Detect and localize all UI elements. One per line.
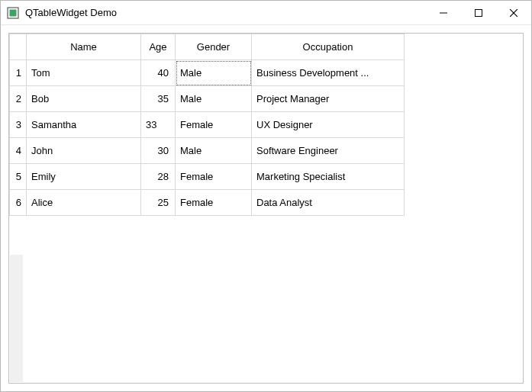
table[interactable]: Name Age Gender Occupation 1Tom40MaleBus… [9,34,405,216]
cell-name[interactable]: Bob [27,86,141,112]
titlebar[interactable]: QTableWidget Demo [1,1,531,25]
cell-gender[interactable]: Female [176,190,252,216]
table-row: 6Alice25FemaleData Analyst [10,190,405,216]
maximize-icon [475,9,482,17]
row-header[interactable]: 5 [10,164,27,190]
row-header[interactable]: 4 [10,138,27,164]
cell-occupation[interactable]: Project Manager [252,86,405,112]
table-widget[interactable]: Name Age Gender Occupation 1Tom40MaleBus… [8,33,524,384]
header-row: Name Age Gender Occupation [10,34,405,60]
close-icon [510,9,517,17]
column-header-occupation[interactable]: Occupation [252,34,405,60]
column-header-gender[interactable]: Gender [176,34,252,60]
row-header[interactable]: 1 [10,60,27,86]
cell-name[interactable]: Emily [27,164,141,190]
cell-age[interactable]: 35 [141,86,176,112]
cell-age[interactable]: 30 [141,138,176,164]
cell-gender[interactable]: Male [176,86,252,112]
row-header[interactable]: 6 [10,190,27,216]
cell-name[interactable]: Tom [27,60,141,86]
close-button[interactable] [496,1,531,25]
svg-rect-1 [10,9,17,16]
cell-occupation[interactable]: Software Engineer [252,138,405,164]
row-header-scroll-track[interactable] [10,255,23,382]
client-area: Name Age Gender Occupation 1Tom40MaleBus… [1,25,531,391]
svg-rect-3 [476,9,482,16]
cell-name[interactable]: Alice [27,190,141,216]
cell-name[interactable]: Samantha [27,112,141,138]
cell-gender[interactable]: Female [176,112,252,138]
cell-age[interactable]: 33 [141,112,176,138]
row-header[interactable]: 2 [10,86,27,112]
cell-name[interactable]: John [27,138,141,164]
cell-gender[interactable]: Female [176,164,252,190]
corner-header[interactable] [10,34,27,60]
window-title: QTableWidget Demo [25,7,117,18]
table-row: 3Samantha33FemaleUX Designer [10,112,405,138]
maximize-button[interactable] [461,1,496,25]
cell-occupation[interactable]: Data Analyst [252,190,405,216]
cell-age[interactable]: 40 [141,60,176,86]
cell-age[interactable]: 28 [141,164,176,190]
cell-occupation[interactable]: UX Designer [252,112,405,138]
minimize-icon [440,9,447,17]
column-header-name[interactable]: Name [27,34,141,60]
column-header-age[interactable]: Age [141,34,176,60]
cell-occupation[interactable]: Business Development ... [252,60,405,86]
row-header[interactable]: 3 [10,112,27,138]
table-row: 1Tom40MaleBusiness Development ... [10,60,405,86]
cell-gender[interactable]: Male [176,60,252,86]
cell-age[interactable]: 25 [141,190,176,216]
cell-gender[interactable]: Male [176,138,252,164]
cell-occupation[interactable]: Marketing Specialist [252,164,405,190]
table-row: 2Bob35MaleProject Manager [10,86,405,112]
minimize-button[interactable] [426,1,461,25]
window-frame: QTableWidget Demo [0,0,532,392]
table-row: 4John30MaleSoftware Engineer [10,138,405,164]
table-row: 5Emily28FemaleMarketing Specialist [10,164,405,190]
app-icon [7,7,19,19]
